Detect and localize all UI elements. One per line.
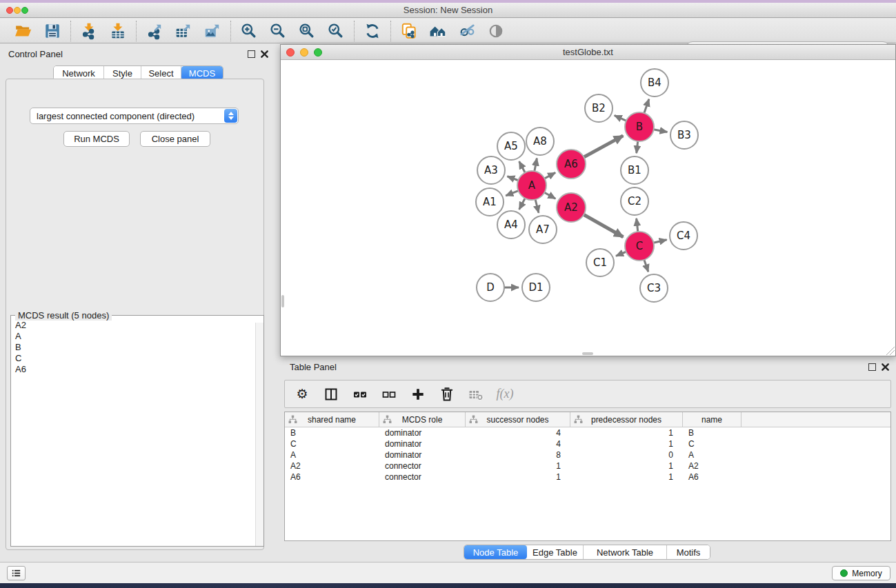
export-network-button[interactable] <box>144 21 165 41</box>
close-panel-button[interactable]: Close panel <box>140 131 210 147</box>
refresh-layout-button[interactable] <box>362 21 383 41</box>
control-panel-float-button[interactable] <box>248 50 255 58</box>
task-history-button[interactable] <box>7 566 26 580</box>
graph-node-A7[interactable]: A7 <box>529 216 557 243</box>
delete-row-button[interactable] <box>438 385 456 403</box>
cell-mcds-role[interactable]: dominator <box>379 449 466 460</box>
graph-node-A6[interactable]: A6 <box>557 150 586 179</box>
mcds-result-item[interactable]: A6 <box>15 364 263 375</box>
cell-predecessor-nodes[interactable]: 1 <box>570 427 683 438</box>
network-vertical-scroll-thumb[interactable] <box>281 295 284 307</box>
columns-button[interactable] <box>322 385 340 403</box>
graph-node-A8[interactable]: A8 <box>526 128 554 155</box>
graph-node-A3[interactable]: A3 <box>477 156 505 184</box>
cell-shared-name[interactable]: A <box>285 449 379 460</box>
add-row-button[interactable] <box>409 385 427 403</box>
copy-network-button[interactable] <box>399 21 419 41</box>
mcds-result-item[interactable]: A2 <box>15 320 263 331</box>
mcds-result-item[interactable]: C <box>15 353 263 364</box>
cell-shared-name[interactable]: A2 <box>285 460 379 472</box>
hide-graphics-details-button[interactable] <box>457 21 477 41</box>
cell-predecessor-nodes[interactable]: 0 <box>570 449 683 460</box>
mcds-result-scrollbar[interactable] <box>255 323 263 546</box>
cell-shared-name[interactable]: A6 <box>285 472 379 483</box>
optimization-criterion-select[interactable]: largest connected component (directed) <box>30 108 239 124</box>
network-window-title-bar[interactable]: testGlobe.txt <box>281 45 895 60</box>
table-panel-close-icon[interactable] <box>881 363 890 372</box>
zoom-in-button[interactable] <box>239 21 259 41</box>
graph-node-A1[interactable]: A1 <box>476 188 504 216</box>
graph-node-D[interactable]: D <box>477 274 504 301</box>
cell-name[interactable]: C <box>683 438 741 449</box>
graph-node-C4[interactable]: C4 <box>670 222 697 250</box>
graph-node-A[interactable]: A <box>517 171 546 200</box>
open-file-button[interactable] <box>13 21 34 41</box>
tab-motifs[interactable]: Motifs <box>667 545 710 559</box>
graph-node-B4[interactable]: B4 <box>641 69 668 97</box>
graph-node-A5[interactable]: A5 <box>497 132 525 160</box>
mcds-result-item[interactable]: A <box>15 331 263 342</box>
import-network-button[interactable] <box>79 21 99 41</box>
cell-successor-nodes[interactable]: 1 <box>466 472 570 483</box>
column-header-mcds-role[interactable]: MCDS role <box>379 412 466 427</box>
cell-name[interactable]: B <box>683 427 741 438</box>
zoom-selected-button[interactable] <box>326 21 346 41</box>
network-canvas[interactable]: B4B2BB3A8A5A6A3B1AA1C2A2A4A7C4CC1C3DD1 <box>281 60 895 356</box>
import-table-button[interactable] <box>108 21 128 41</box>
network-horizontal-scroll-thumb[interactable] <box>582 352 593 355</box>
cell-shared-name[interactable]: B <box>285 427 379 438</box>
cell-successor-nodes[interactable]: 8 <box>466 449 570 460</box>
cell-name[interactable]: A <box>683 449 741 460</box>
graph-node-A4[interactable]: A4 <box>497 211 525 239</box>
tab-select[interactable]: Select <box>141 66 181 80</box>
graph-node-B2[interactable]: B2 <box>585 94 613 122</box>
graph-node-A2[interactable]: A2 <box>557 193 586 222</box>
tab-network-table[interactable]: Network Table <box>584 545 667 559</box>
tab-style[interactable]: Style <box>104 66 141 80</box>
cell-successor-nodes[interactable]: 4 <box>466 438 570 449</box>
select-all-button[interactable] <box>351 385 369 403</box>
export-table-button[interactable] <box>173 21 194 41</box>
control-panel-close-icon[interactable] <box>260 50 269 59</box>
cell-mcds-role[interactable]: dominator <box>379 438 466 449</box>
graph-node-B1[interactable]: B1 <box>621 156 648 184</box>
cell-successor-nodes[interactable]: 4 <box>466 427 570 438</box>
cell-mcds-role[interactable]: connector <box>379 472 466 483</box>
home-layout-button[interactable] <box>428 21 448 41</box>
cell-predecessor-nodes[interactable]: 1 <box>570 472 683 483</box>
mcds-result-item[interactable]: B <box>15 342 263 353</box>
zoom-fit-button[interactable] <box>297 21 317 41</box>
graph-node-B[interactable]: B <box>625 112 654 141</box>
table-panel-float-button[interactable] <box>868 363 876 371</box>
function-builder-button[interactable]: f(x) <box>496 385 514 403</box>
column-header-shared-name[interactable]: shared name <box>285 412 379 427</box>
run-mcds-button[interactable]: Run MCDS <box>63 131 130 147</box>
graph-node-C1[interactable]: C1 <box>586 249 614 276</box>
column-header-predecessor-nodes[interactable]: predecessor nodes <box>570 412 683 427</box>
graph-node-C[interactable]: C <box>625 232 654 261</box>
zoom-out-button[interactable] <box>268 21 288 41</box>
cell-name[interactable]: A6 <box>683 472 741 483</box>
tab-node-table[interactable]: Node Table <box>464 545 527 559</box>
graph-node-B3[interactable]: B3 <box>670 121 698 149</box>
graph-node-C2[interactable]: C2 <box>621 187 648 215</box>
column-header-successor-nodes[interactable]: successor nodes <box>466 412 570 427</box>
show-contrast-button[interactable] <box>486 21 506 41</box>
cell-mcds-role[interactable]: connector <box>379 460 466 472</box>
save-session-button[interactable] <box>42 21 63 41</box>
network-resize-grip[interactable] <box>886 346 895 355</box>
cell-mcds-role[interactable]: dominator <box>379 427 466 438</box>
cell-successor-nodes[interactable]: 1 <box>466 460 570 472</box>
memory-button[interactable]: Memory <box>832 566 890 580</box>
cell-shared-name[interactable]: C <box>285 438 379 449</box>
column-header-name[interactable]: name <box>683 412 741 427</box>
tab-edge-table[interactable]: Edge Table <box>527 545 584 559</box>
graph-node-C3[interactable]: C3 <box>640 274 668 302</box>
tab-mcds[interactable]: MCDS <box>181 66 223 80</box>
unselect-all-button[interactable] <box>380 385 398 403</box>
export-image-button[interactable] <box>202 21 223 41</box>
cell-name[interactable]: A2 <box>683 460 741 472</box>
settings-button[interactable]: ⚙ <box>293 385 311 403</box>
cell-predecessor-nodes[interactable]: 1 <box>570 438 683 449</box>
tab-network[interactable]: Network <box>54 66 104 80</box>
